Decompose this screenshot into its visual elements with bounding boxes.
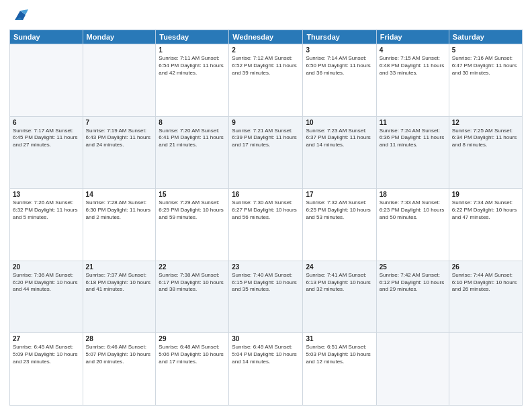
calendar-cell: 29Sunrise: 6:48 AM Sunset: 5:06 PM Dayli… xyxy=(156,333,229,406)
page: SundayMondayTuesdayWednesdayThursdayFrid… xyxy=(0,0,532,411)
calendar-cell: 11Sunrise: 7:24 AM Sunset: 6:36 PM Dayli… xyxy=(376,116,449,189)
day-info: Sunrise: 7:44 AM Sunset: 6:10 PM Dayligh… xyxy=(452,272,519,293)
calendar-cell: 30Sunrise: 6:49 AM Sunset: 5:04 PM Dayli… xyxy=(229,333,303,406)
calendar-header-friday: Friday xyxy=(376,30,449,44)
calendar-cell: 4Sunrise: 7:15 AM Sunset: 6:48 PM Daylig… xyxy=(376,44,449,117)
day-info: Sunrise: 7:42 AM Sunset: 6:12 PM Dayligh… xyxy=(380,272,446,293)
day-number: 23 xyxy=(232,263,300,271)
calendar-cell: 16Sunrise: 7:30 AM Sunset: 6:27 PM Dayli… xyxy=(229,189,303,261)
calendar-cell: 13Sunrise: 7:26 AM Sunset: 6:32 PM Dayli… xyxy=(10,189,83,261)
day-number: 29 xyxy=(159,335,226,342)
day-info: Sunrise: 7:40 AM Sunset: 6:15 PM Dayligh… xyxy=(232,272,300,293)
day-info: Sunrise: 7:37 AM Sunset: 6:18 PM Dayligh… xyxy=(86,272,153,293)
calendar-cell: 1Sunrise: 7:11 AM Sunset: 6:54 PM Daylig… xyxy=(156,44,229,117)
day-info: Sunrise: 7:33 AM Sunset: 6:23 PM Dayligh… xyxy=(380,199,446,221)
day-number: 6 xyxy=(13,119,80,126)
day-number: 26 xyxy=(452,263,519,271)
day-info: Sunrise: 7:20 AM Sunset: 6:41 PM Dayligh… xyxy=(159,128,226,149)
header xyxy=(9,7,523,26)
day-number: 10 xyxy=(306,119,373,126)
day-info: Sunrise: 7:11 AM Sunset: 6:54 PM Dayligh… xyxy=(159,55,226,77)
calendar-header-row: SundayMondayTuesdayWednesdayThursdayFrid… xyxy=(10,30,523,44)
logo xyxy=(9,7,34,26)
day-number: 11 xyxy=(380,119,446,126)
calendar-cell: 14Sunrise: 7:28 AM Sunset: 6:30 PM Dayli… xyxy=(83,189,156,261)
day-number: 14 xyxy=(86,191,153,198)
calendar-header-sunday: Sunday xyxy=(10,30,83,44)
calendar-week-row: 6Sunrise: 7:17 AM Sunset: 6:45 PM Daylig… xyxy=(10,116,523,189)
calendar-header-wednesday: Wednesday xyxy=(229,30,303,44)
day-info: Sunrise: 7:36 AM Sunset: 6:20 PM Dayligh… xyxy=(13,272,80,293)
calendar-cell xyxy=(449,333,522,406)
day-number: 1 xyxy=(159,46,226,54)
calendar-cell: 26Sunrise: 7:44 AM Sunset: 6:10 PM Dayli… xyxy=(449,261,522,333)
day-number: 31 xyxy=(306,335,373,342)
calendar-cell: 10Sunrise: 7:23 AM Sunset: 6:37 PM Dayli… xyxy=(303,116,376,189)
calendar-cell xyxy=(376,333,449,406)
day-number: 30 xyxy=(232,335,300,342)
calendar-header-tuesday: Tuesday xyxy=(156,30,229,44)
calendar-week-row: 1Sunrise: 7:11 AM Sunset: 6:54 PM Daylig… xyxy=(10,44,523,117)
day-number: 17 xyxy=(306,191,373,198)
day-number: 2 xyxy=(232,46,300,54)
day-info: Sunrise: 7:12 AM Sunset: 6:52 PM Dayligh… xyxy=(232,55,300,77)
calendar-cell: 8Sunrise: 7:20 AM Sunset: 6:41 PM Daylig… xyxy=(156,116,229,189)
day-number: 25 xyxy=(380,263,446,271)
day-info: Sunrise: 7:24 AM Sunset: 6:36 PM Dayligh… xyxy=(380,128,446,149)
day-number: 18 xyxy=(380,191,446,198)
calendar-header-saturday: Saturday xyxy=(449,30,522,44)
calendar-cell: 5Sunrise: 7:16 AM Sunset: 6:47 PM Daylig… xyxy=(449,44,522,117)
calendar-cell xyxy=(10,44,83,117)
calendar-cell: 31Sunrise: 6:51 AM Sunset: 5:03 PM Dayli… xyxy=(303,333,376,406)
calendar-cell: 17Sunrise: 7:32 AM Sunset: 6:25 PM Dayli… xyxy=(303,189,376,261)
day-info: Sunrise: 7:30 AM Sunset: 6:27 PM Dayligh… xyxy=(232,199,300,221)
day-info: Sunrise: 7:34 AM Sunset: 6:22 PM Dayligh… xyxy=(452,199,519,221)
calendar-header-thursday: Thursday xyxy=(303,30,376,44)
calendar-cell: 7Sunrise: 7:19 AM Sunset: 6:43 PM Daylig… xyxy=(83,116,156,189)
day-number: 7 xyxy=(86,119,153,126)
day-number: 12 xyxy=(452,119,519,126)
calendar-week-row: 20Sunrise: 7:36 AM Sunset: 6:20 PM Dayli… xyxy=(10,261,523,333)
day-info: Sunrise: 7:28 AM Sunset: 6:30 PM Dayligh… xyxy=(86,199,153,221)
calendar-cell: 20Sunrise: 7:36 AM Sunset: 6:20 PM Dayli… xyxy=(10,261,83,333)
day-number: 22 xyxy=(159,263,226,271)
calendar-week-row: 13Sunrise: 7:26 AM Sunset: 6:32 PM Dayli… xyxy=(10,189,523,261)
calendar-cell: 3Sunrise: 7:14 AM Sunset: 6:50 PM Daylig… xyxy=(303,44,376,117)
day-number: 3 xyxy=(306,46,373,54)
calendar-table: SundayMondayTuesdayWednesdayThursdayFrid… xyxy=(9,30,523,406)
day-number: 20 xyxy=(13,263,80,271)
day-number: 16 xyxy=(232,191,300,198)
day-info: Sunrise: 7:19 AM Sunset: 6:43 PM Dayligh… xyxy=(86,128,153,149)
day-info: Sunrise: 7:26 AM Sunset: 6:32 PM Dayligh… xyxy=(13,199,80,221)
day-info: Sunrise: 6:45 AM Sunset: 5:09 PM Dayligh… xyxy=(13,344,80,365)
calendar-cell: 28Sunrise: 6:46 AM Sunset: 5:07 PM Dayli… xyxy=(83,333,156,406)
day-info: Sunrise: 7:41 AM Sunset: 6:13 PM Dayligh… xyxy=(306,272,373,293)
day-number: 19 xyxy=(452,191,519,198)
calendar-cell: 24Sunrise: 7:41 AM Sunset: 6:13 PM Dayli… xyxy=(303,261,376,333)
day-info: Sunrise: 6:48 AM Sunset: 5:06 PM Dayligh… xyxy=(159,344,226,365)
calendar-cell: 23Sunrise: 7:40 AM Sunset: 6:15 PM Dayli… xyxy=(229,261,303,333)
calendar-cell: 6Sunrise: 7:17 AM Sunset: 6:45 PM Daylig… xyxy=(10,116,83,189)
day-info: Sunrise: 6:49 AM Sunset: 5:04 PM Dayligh… xyxy=(232,344,300,365)
calendar-cell: 25Sunrise: 7:42 AM Sunset: 6:12 PM Dayli… xyxy=(376,261,449,333)
day-info: Sunrise: 7:16 AM Sunset: 6:47 PM Dayligh… xyxy=(452,55,519,77)
day-number: 13 xyxy=(13,191,80,198)
day-info: Sunrise: 7:15 AM Sunset: 6:48 PM Dayligh… xyxy=(380,55,446,77)
day-number: 9 xyxy=(232,119,300,126)
day-number: 8 xyxy=(159,119,226,126)
day-number: 24 xyxy=(306,263,373,271)
day-number: 15 xyxy=(159,191,226,198)
calendar-cell: 9Sunrise: 7:21 AM Sunset: 6:39 PM Daylig… xyxy=(229,116,303,189)
day-info: Sunrise: 7:32 AM Sunset: 6:25 PM Dayligh… xyxy=(306,199,373,221)
calendar-cell: 2Sunrise: 7:12 AM Sunset: 6:52 PM Daylig… xyxy=(229,44,303,117)
day-info: Sunrise: 7:17 AM Sunset: 6:45 PM Dayligh… xyxy=(13,128,80,149)
calendar-cell: 18Sunrise: 7:33 AM Sunset: 6:23 PM Dayli… xyxy=(376,189,449,261)
day-number: 5 xyxy=(452,46,519,54)
day-info: Sunrise: 7:38 AM Sunset: 6:17 PM Dayligh… xyxy=(159,272,226,293)
day-number: 27 xyxy=(13,335,80,342)
day-number: 28 xyxy=(86,335,153,342)
day-info: Sunrise: 6:46 AM Sunset: 5:07 PM Dayligh… xyxy=(86,344,153,365)
logo-bird-icon xyxy=(9,7,31,26)
day-info: Sunrise: 7:23 AM Sunset: 6:37 PM Dayligh… xyxy=(306,128,373,149)
day-info: Sunrise: 6:51 AM Sunset: 5:03 PM Dayligh… xyxy=(306,344,373,365)
